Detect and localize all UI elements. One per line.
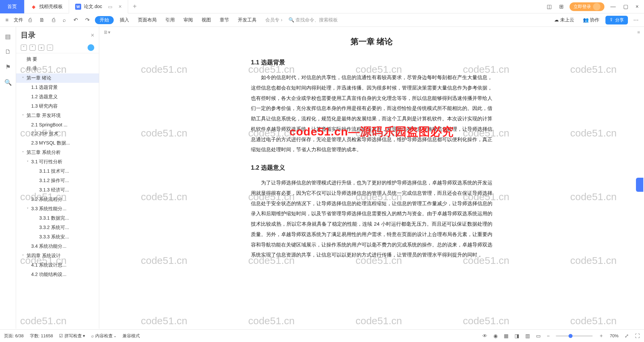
fire-icon: ◆ [31,4,37,10]
minimize-icon[interactable]: — [609,3,617,10]
spellcheck-toggle[interactable]: ☑ 拼写检查 ▾ [59,333,85,339]
maximize-icon[interactable]: ▢ [622,3,630,10]
save-icon[interactable]: ⎙ [26,16,34,24]
focus-icon[interactable]: ◉ [493,333,498,339]
add-item-icon[interactable]: ＋ [38,45,44,51]
expand-all-icon[interactable]: ˄ [30,45,36,51]
outline-item[interactable]: 2.2 JSP 技术 [16,129,99,138]
outline-item[interactable]: 3.1.3 经济可... [16,185,99,195]
outline-item[interactable]: ˅第二章 开发环境 [16,111,99,120]
outline-item[interactable]: 目 录 [16,64,99,73]
outline-item[interactable]: 1.3 研究内容 [16,102,99,111]
outline-item[interactable]: 2.1 SpringBoot ... [16,120,99,129]
outline-item[interactable]: 3.3.3 系统安... [16,232,99,242]
tab-home[interactable]: 首页 [0,0,24,13]
collab-button[interactable]: 👥 协作 [580,16,602,24]
search-panel-icon[interactable]: 🔍 [4,79,12,86]
command-search[interactable]: 🔍 查找命令、搜索模板 [288,17,338,23]
outline-item[interactable]: 2.3 MYSQL 数据... [16,138,99,148]
outline-item[interactable]: ˅3.3 系统性能分... [16,204,99,214]
ribbon-insert[interactable]: 插入 [117,16,132,24]
outline-item[interactable]: ˅第一章 绪论 [16,73,99,83]
readmode-icon[interactable]: 👁 [482,333,487,339]
apps-icon[interactable]: ⊞ [558,3,565,10]
login-button[interactable]: 立即登录 [570,2,604,11]
ai-assist-icon[interactable] [88,44,94,51]
page-settings-icon[interactable]: ≡ [637,30,640,35]
close-tab-icon[interactable]: × [118,4,121,10]
outline-item[interactable]: ˅3.1 可行性分析 [16,157,99,167]
section-12-body: 为了让导师选择信息的管理模式进行升级，也为了更好的维护导师选择信息，卓越导师双选… [251,178,492,260]
content-check[interactable]: ⌕ 内容检查 ▾ [91,333,116,339]
ribbon-view[interactable]: 视图 [199,16,214,24]
tab-document[interactable]: W论文.doc▭× [69,0,128,13]
outline-item[interactable]: ˅第三章 系统分析 [16,148,99,157]
compat-mode[interactable]: 兼容模式 [122,333,140,339]
section-11-heading: 1.1 选题背景 [251,58,492,66]
collapse-all-icon[interactable]: ˅ [21,45,27,51]
zoom-in-icon[interactable]: ＋ [599,333,604,339]
outline-toggle-icon[interactable]: ▤ [5,33,11,40]
save-as-icon[interactable]: 🗎 [37,16,47,24]
thumbnail-icon[interactable]: 🗋 [5,48,11,55]
avatar-icon [593,3,600,10]
chapter-heading: 第一章 绪论 [251,36,492,47]
ribbon-start[interactable]: 开始 [95,16,114,24]
panel-icon[interactable]: ◫ [545,3,553,10]
outline-item[interactable]: 3.2 系统流程分... [16,195,99,204]
outline-item[interactable]: 4.1 系统设计思... [16,261,99,270]
outline-item[interactable]: 3.4 系统功能分... [16,242,99,251]
ribbon-ref[interactable]: 引用 [163,16,177,24]
outline-item[interactable]: 3.3.2 系统可... [16,223,99,232]
new-tab-button[interactable]: + [128,3,142,10]
view4-icon[interactable]: ▭ [536,333,541,339]
bookmark-icon[interactable]: ⚑ [5,63,11,71]
watermark-overlay: code51.cn—源码乐园盗图必究 [289,124,454,139]
zoom-slider[interactable] [556,335,593,337]
tab-templates[interactable]: ◆找稻壳模板 [24,0,69,13]
outline-item[interactable]: 摘 要 [16,55,99,64]
fit-icon[interactable]: ⤢ [625,333,629,339]
outline-item[interactable]: 1.2 选题意义 [16,92,99,102]
close-window-icon[interactable]: × [634,3,640,10]
section-12-heading: 1.2 选题意义 [251,164,492,172]
more-icon[interactable]: ⋯ [631,15,641,24]
redo-icon[interactable]: ↷ [83,15,92,24]
zoom-out-icon[interactable]: − [547,333,550,339]
view2-icon[interactable]: ◨ [515,333,519,339]
outline-item[interactable]: ˅第四章 系统设计 [16,251,99,261]
ribbon-dev[interactable]: 开发工具 [235,16,259,24]
file-menu[interactable]: 文件 [14,17,23,23]
view3-icon[interactable]: ▥ [525,333,530,339]
fullscreen-icon[interactable]: ⛶ [635,333,640,339]
view1-icon[interactable]: ▦ [504,333,508,339]
word-icon: W [75,4,81,10]
cloud-status[interactable]: ☁ 未上云 [551,16,577,24]
share-button[interactable]: ⇪ 分享 [605,16,628,24]
document-page: 第一章 绪论 1.1 选题背景 如今的信息时代，对信息的共享性，信息的流通性有着… [251,27,492,274]
side-panel-toggle[interactable] [636,178,643,192]
outline-title: 目录 [21,30,36,40]
ribbon-layout[interactable]: 页面布局 [135,16,159,24]
section-11-body: 如今的信息时代，对信息的共享性，信息的流通性有着较高要求，尽管身边每时每刻都在产… [251,72,492,155]
print-icon[interactable]: ⎙ [50,16,57,24]
ribbon-chapter[interactable]: 章节 [217,16,232,24]
preview-icon[interactable]: ⌕ [61,16,68,24]
outline-item[interactable]: 3.1.1 技术可... [16,167,99,176]
ribbon-review[interactable]: 审阅 [181,16,196,24]
outline-close-icon[interactable]: × [91,32,94,39]
menu-icon[interactable]: ≡ [3,16,10,24]
outline-item[interactable]: 3.3.1 数据完... [16,214,99,223]
remove-item-icon[interactable]: － [47,45,53,51]
ribbon-member[interactable]: 会员专 › [263,16,285,24]
zoom-level[interactable]: 70% [610,333,619,338]
outline-item[interactable]: 4.2 功能结构设... [16,270,99,279]
window-mode-icon[interactable]: ▭ [108,4,112,9]
undo-icon[interactable]: ↶ [71,15,80,24]
outline-item[interactable]: 3.1.2 操作可... [16,176,99,185]
page-insert-icon[interactable]: 🗎▾ [103,30,110,35]
page-indicator[interactable]: 页面: 6/38 [4,333,24,339]
outline-item[interactable]: 1.1 选题背景 [16,83,99,92]
word-count[interactable]: 字数: 11658 [30,333,53,339]
